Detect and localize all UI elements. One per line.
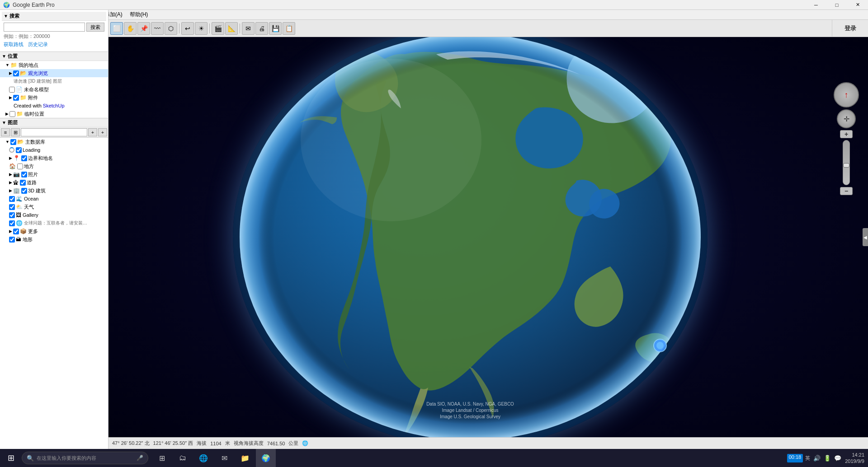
- menu-help[interactable]: 帮助(H): [126, 10, 152, 20]
- taskbar-googleearth-btn[interactable]: 🌍: [256, 449, 276, 467]
- roads-arrow: ▶: [9, 180, 12, 185]
- layer-roads-item[interactable]: ▶ 🛣 道路: [0, 178, 108, 187]
- layer-loading-item[interactable]: Loading: [0, 146, 108, 154]
- roads-checkbox[interactable]: [20, 180, 26, 186]
- data-attr-line3: Image U.S. Geological Survey: [426, 414, 514, 420]
- toolbar-sep3: [240, 23, 240, 33]
- layer-grid-view-btn[interactable]: ⊞: [11, 128, 20, 136]
- layer-weather-item[interactable]: ⛅ 天气: [0, 203, 108, 211]
- places-checkbox[interactable]: [17, 163, 23, 169]
- ocean-checkbox[interactable]: [9, 196, 15, 202]
- toolbar-share-btn[interactable]: 📋: [283, 22, 295, 35]
- gallery-checkbox[interactable]: [9, 212, 15, 218]
- layer-3d-item[interactable]: ▶ 🏢 3D 建筑: [0, 187, 108, 195]
- start-button[interactable]: ⊞: [0, 449, 22, 467]
- toolbar-overlay-btn[interactable]: ↩: [181, 22, 194, 35]
- toolbar-record-btn[interactable]: 🎬: [212, 22, 224, 35]
- taskbar-folder-btn[interactable]: 📁: [235, 449, 255, 467]
- attachments-checkbox[interactable]: [13, 95, 19, 101]
- zoom-in-button[interactable]: +: [840, 130, 853, 138]
- statusbar: 47° 26′ 50.22″ 北 121° 46′ 25.50″ 西 海拔 11…: [108, 437, 868, 449]
- search-header[interactable]: ▼ 搜索: [2, 12, 106, 21]
- status-eye-label: 视角海拔高度: [234, 440, 264, 447]
- system-clock[interactable]: 14:21 2019/9/9: [845, 452, 864, 465]
- tray-network[interactable]: 英: [804, 454, 811, 462]
- borders-checkbox[interactable]: [21, 155, 27, 161]
- toolbar-save-btn[interactable]: 💾: [269, 22, 282, 35]
- layer-gallery-item[interactable]: 🖼 Gallery: [0, 211, 108, 219]
- status-streaming: 🌐: [302, 440, 308, 446]
- zoom-slider[interactable]: [843, 140, 850, 185]
- photos-checkbox[interactable]: [21, 172, 27, 177]
- layer-places-item[interactable]: 🏠 地方: [0, 162, 108, 170]
- status-eye-elevation: 7461.50: [267, 441, 285, 446]
- toolbar-hand-btn[interactable]: ✋: [124, 22, 137, 35]
- search-input[interactable]: [4, 23, 85, 32]
- tray-volume[interactable]: 🔊: [812, 454, 821, 462]
- layer-terrain-item[interactable]: 🏔 地形: [0, 235, 108, 243]
- layer-global-item[interactable]: 🌐 全球问题：互联各者，请安装…: [0, 219, 108, 227]
- layer-list-view-btn[interactable]: ≡: [1, 128, 10, 136]
- taskbar-browser-btn[interactable]: 🌐: [193, 449, 213, 467]
- toolbar-new-btn[interactable]: ⬜: [110, 22, 123, 35]
- tray-notification[interactable]: 💬: [833, 454, 842, 462]
- login-button[interactable]: 登录: [832, 20, 868, 37]
- history-link[interactable]: 历史记录: [28, 41, 48, 48]
- toolbar-path-btn[interactable]: 〰: [151, 22, 164, 35]
- globe[interactable]: Data SIO, NOAA, U.S. Navy, NGA, GEBCO Im…: [233, 37, 708, 437]
- map-area[interactable]: Data SIO, NOAA, U.S. Navy, NGA, GEBCO Im…: [108, 37, 868, 437]
- layer-ocean-item[interactable]: 🌊 Ocean: [0, 195, 108, 203]
- layer-more-item[interactable]: ▶ 📦 更多: [0, 227, 108, 235]
- taskbar-mail-btn[interactable]: ✉: [214, 449, 234, 467]
- layer-add-btn[interactable]: +: [88, 128, 97, 136]
- location-header[interactable]: ▼ 位置: [0, 52, 108, 61]
- unnamed-model-checkbox[interactable]: [9, 87, 15, 93]
- my-places-item[interactable]: ▼ 📁 我的地点: [0, 61, 108, 69]
- layer-photos-item[interactable]: ▶ 📷 照片: [0, 170, 108, 178]
- minimize-button[interactable]: ─: [806, 0, 826, 10]
- temp-places-item[interactable]: ▶ 📁 临时位置: [0, 110, 108, 118]
- ocean-icon: 🌊: [16, 196, 23, 202]
- get-route-link[interactable]: 获取路线: [4, 41, 24, 48]
- temp-checkbox[interactable]: [9, 111, 15, 117]
- unnamed-model-item[interactable]: 📄 未命名模型: [0, 85, 108, 93]
- loading-checkbox[interactable]: [16, 147, 22, 153]
- layer-more-btn[interactable]: +: [98, 128, 107, 136]
- compass-control[interactable]: [834, 82, 859, 107]
- gallery-icon: 🖼: [16, 212, 21, 218]
- toolbar-ruler-btn[interactable]: 📐: [225, 22, 238, 35]
- layers-header[interactable]: ▼ 图层: [0, 118, 108, 127]
- toolbar-email-btn[interactable]: ✉: [242, 22, 255, 35]
- weather-checkbox[interactable]: [9, 204, 15, 210]
- toolbar-polygon-btn[interactable]: ⬡: [165, 22, 177, 35]
- sightseeing-sub-label: 请勿逢 [3D 建筑物] 图层: [14, 78, 62, 84]
- side-expand-button[interactable]: ◀: [863, 228, 868, 246]
- terrain-checkbox[interactable]: [9, 237, 15, 243]
- tray-battery[interactable]: 🔋: [823, 454, 832, 462]
- zoom-out-button[interactable]: −: [840, 187, 853, 195]
- search-button[interactable]: 搜索: [86, 23, 104, 32]
- 3d-checkbox[interactable]: [21, 188, 27, 194]
- sightseeing-checkbox[interactable]: [13, 70, 19, 76]
- sketchup-link[interactable]: SketchUp: [43, 103, 65, 108]
- maindb-checkbox[interactable]: [10, 139, 16, 145]
- toolbar-placemark-btn[interactable]: 📌: [137, 22, 150, 35]
- toolbar-print-btn[interactable]: 🖨: [255, 22, 268, 35]
- my-places-label: 我的地点: [19, 62, 38, 69]
- more-checkbox[interactable]: [13, 229, 19, 234]
- taskbar-search[interactable]: 🔍 在这里输入你要搜索的内容 🎤: [22, 452, 148, 464]
- layer-borders-item[interactable]: ▶ 📍 边界和地名: [0, 154, 108, 162]
- pan-control[interactable]: ✛: [837, 109, 856, 128]
- layer-maindb-item[interactable]: ▼ 📂 主数据库: [0, 138, 108, 146]
- system-tray: 00:18 英 🔊 🔋 💬 14:21 2019/9/9: [787, 452, 868, 465]
- layer-search-input[interactable]: [21, 128, 87, 136]
- tray-ime-num[interactable]: 00:18: [787, 454, 803, 462]
- attachments-item[interactable]: ▶ 📁 附件: [0, 93, 108, 102]
- toolbar-sun-btn[interactable]: ☀: [195, 22, 208, 35]
- maximize-button[interactable]: □: [826, 0, 847, 10]
- taskbar-file-btn[interactable]: 🗂: [173, 449, 193, 467]
- taskbar-multiview-btn[interactable]: ⊞: [152, 449, 172, 467]
- close-button[interactable]: ✕: [847, 0, 868, 10]
- global-checkbox[interactable]: [9, 220, 15, 226]
- sightseeing-item[interactable]: ▶ 📂 观光浏览: [0, 69, 108, 77]
